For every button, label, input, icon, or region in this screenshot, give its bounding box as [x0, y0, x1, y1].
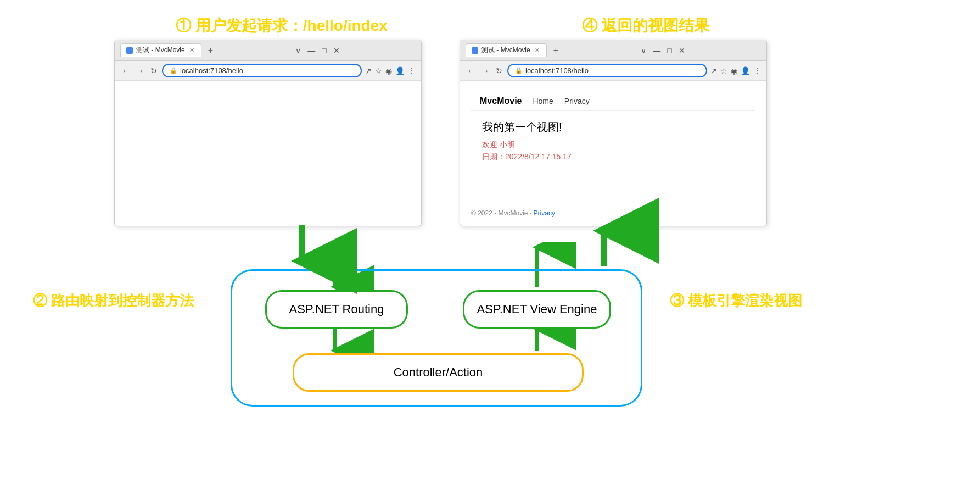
site-nav: MvcMovie Home Privacy — [471, 92, 755, 111]
title-bar-max-left[interactable]: □ — [322, 46, 326, 55]
url-text-right: localhost:7108/hello — [525, 66, 589, 75]
routing-label: ASP.NET Routing — [289, 302, 384, 316]
browser-left-titlebar: 测试 - MvcMovie ✕ + ∨ — □ ✕ — [115, 40, 421, 61]
title-bar-close-right[interactable]: ✕ — [679, 46, 685, 55]
title-bar-restore-left[interactable]: — — [307, 46, 315, 55]
label-request: ① 用户发起请求：/hello/index — [176, 15, 388, 36]
extensions-icon-right[interactable]: ◉ — [731, 66, 737, 75]
title-bar-min-left[interactable]: ∨ — [295, 46, 301, 55]
new-tab-left[interactable]: + — [205, 46, 216, 55]
share-icon-right[interactable]: ↗ — [710, 66, 717, 75]
menu-icon-right[interactable]: ⋮ — [753, 66, 761, 75]
browser-left-addressbar: ← → ↻ 🔒 localhost:7108/hello ↗ ☆ ◉ 👤 ⋮ — [115, 61, 421, 81]
page-footer: © 2022 - MvcMovie · Privacy — [471, 209, 555, 217]
back-btn-right[interactable]: ← — [466, 66, 477, 75]
label-template-render: ③ 模板引擎渲染视图 — [670, 291, 802, 310]
tab-close-right[interactable]: ✕ — [534, 47, 541, 54]
browser-right-tab-title: 测试 - MvcMovie — [481, 46, 530, 55]
lock-icon-right: 🔒 — [515, 67, 523, 74]
browser-left: 测试 - MvcMovie ✕ + ∨ — □ ✕ ← → ↻ 🔒 localh… — [114, 40, 422, 226]
url-box-left[interactable]: 🔒 localhost:7108/hello — [162, 64, 362, 77]
forward-btn-left[interactable]: → — [135, 66, 145, 75]
site-brand: MvcMovie — [480, 96, 522, 106]
footer-privacy-link[interactable]: Privacy — [534, 209, 555, 217]
footer-text: © 2022 - MvcMovie · — [471, 209, 534, 217]
profile-icon-left[interactable]: 👤 — [395, 66, 405, 75]
greeting-text: 欢迎 小明 — [471, 140, 755, 150]
browser-left-content — [115, 81, 421, 191]
arrow-browser-right-up — [571, 225, 637, 269]
url-box-right[interactable]: 🔒 localhost:7108/hello — [507, 64, 707, 77]
tab-favicon-left — [126, 47, 133, 54]
diagram-outer-box: ASP.NET Routing ASP.NET View Engine Cont… — [231, 269, 642, 407]
tab-favicon-right — [472, 47, 478, 54]
reload-btn-left[interactable]: ↻ — [149, 66, 159, 75]
browser-left-tab: 测试 - MvcMovie ✕ — [120, 43, 201, 57]
title-bar-min-right[interactable]: ∨ — [641, 46, 646, 55]
forward-btn-right[interactable]: → — [480, 66, 491, 75]
browser-left-tab-title: 测试 - MvcMovie — [136, 46, 185, 55]
star-icon-right[interactable]: ☆ — [720, 66, 727, 75]
share-icon-left[interactable]: ↗ — [365, 66, 372, 75]
label-routing-method: ② 路由映射到控制器方法 — [33, 291, 194, 310]
browser-right-content: MvcMovie Home Privacy 我的第一个视图! 欢迎 小明 日期：… — [460, 81, 766, 191]
controller-label: Controller/Action — [394, 365, 483, 380]
new-tab-right[interactable]: + — [550, 46, 562, 55]
nav-privacy[interactable]: Privacy — [564, 97, 590, 105]
browser-right-addressbar: ← → ↻ 🔒 localhost:7108/hello ↗ ☆ ◉ 👤 ⋮ — [460, 61, 766, 81]
label-response: ④ 返回的视图结果 — [582, 15, 709, 36]
menu-icon-left[interactable]: ⋮ — [408, 66, 416, 75]
title-bar-close-left[interactable]: ✕ — [333, 46, 340, 55]
url-text-left: localhost:7108/hello — [180, 66, 243, 75]
profile-icon-right[interactable]: 👤 — [741, 66, 750, 75]
title-bar-restore-right[interactable]: — — [653, 46, 660, 55]
nav-home[interactable]: Home — [533, 97, 553, 105]
browser-right: 测试 - MvcMovie ✕ + ∨ — □ ✕ ← → ↻ 🔒 localh… — [460, 40, 767, 226]
title-bar-max-right[interactable]: □ — [667, 46, 671, 55]
viewengine-box: ASP.NET View Engine — [463, 290, 611, 329]
star-icon-left[interactable]: ☆ — [375, 66, 382, 75]
back-btn-left[interactable]: ← — [120, 66, 131, 75]
controller-box: Controller/Action — [293, 353, 584, 392]
browser-right-tab: 测试 - MvcMovie ✕ — [466, 43, 547, 57]
browser-right-titlebar: 测试 - MvcMovie ✕ + ∨ — □ ✕ — [460, 40, 766, 61]
page-content-title: 我的第一个视图! — [471, 120, 755, 135]
extensions-icon-left[interactable]: ◉ — [385, 66, 392, 75]
date-text: 日期：2022/8/12 17:15:17 — [471, 152, 755, 162]
reload-btn-right[interactable]: ↻ — [494, 66, 504, 75]
arrow-browser-left-down — [269, 225, 335, 269]
routing-box: ASP.NET Routing — [265, 290, 408, 329]
tab-close-left[interactable]: ✕ — [188, 47, 195, 54]
viewengine-label: ASP.NET View Engine — [477, 302, 597, 316]
lock-icon-left: 🔒 — [170, 67, 177, 74]
